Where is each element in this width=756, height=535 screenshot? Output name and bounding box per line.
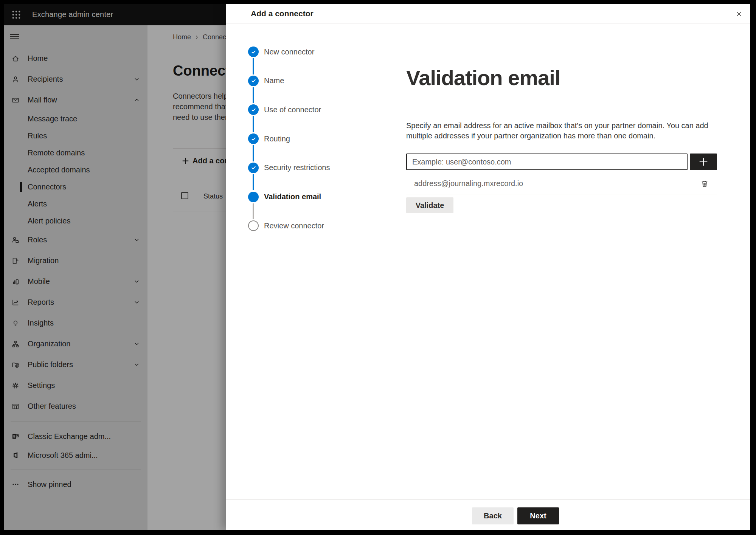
dialog-header: Add a connector	[226, 4, 750, 23]
close-icon	[735, 10, 743, 18]
wizard-connector-line	[253, 203, 254, 220]
dialog-body: New connector Name Use of connector Rout…	[226, 24, 750, 499]
step-current-icon	[248, 192, 259, 202]
step-heading: Validation email	[406, 65, 560, 90]
dialog-footer: Back Next	[226, 499, 750, 530]
step-check-icon	[248, 76, 259, 86]
back-button[interactable]: Back	[472, 507, 514, 524]
wizard-connector-line	[253, 145, 254, 161]
step-upcoming-icon	[248, 220, 259, 231]
step-description: Specify an email address for an active m…	[406, 121, 713, 141]
wizard-step-security-restrictions[interactable]: Security restrictions	[248, 160, 330, 176]
plus-icon	[698, 157, 709, 167]
step-check-icon	[248, 47, 259, 57]
wizard-connector-line	[253, 58, 254, 74]
email-input-row	[406, 154, 717, 170]
added-address-text: address@journaling.mxrecord.io	[414, 179, 523, 188]
validate-button[interactable]: Validate	[406, 197, 453, 213]
validation-email-input[interactable]	[406, 154, 688, 170]
dialog-title: Add a connector	[251, 9, 314, 18]
wizard-content: Validation email Specify an email addres…	[380, 24, 750, 499]
next-button[interactable]: Next	[517, 507, 559, 524]
app-window: Exchange admin center Home Recipients Ma…	[4, 4, 750, 530]
step-check-icon	[248, 133, 259, 144]
wizard-connector-line	[253, 174, 254, 191]
step-check-icon	[248, 104, 259, 115]
wizard-connector-line	[253, 116, 254, 132]
step-check-icon	[248, 163, 259, 173]
delete-address-button[interactable]	[698, 177, 711, 190]
wizard-step-name[interactable]: Name	[248, 73, 284, 89]
wizard-steps: New connector Name Use of connector Rout…	[226, 24, 380, 499]
wizard-step-review-connector[interactable]: Review connector	[248, 217, 324, 234]
added-address-row: address@journaling.mxrecord.io	[406, 173, 717, 194]
add-connector-dialog: Add a connector New connector Name Use o…	[226, 4, 750, 530]
add-email-button[interactable]	[690, 154, 717, 170]
wizard-connector-line	[253, 87, 254, 104]
wizard-step-validation-email[interactable]: Validation email	[248, 189, 321, 205]
wizard-step-use-of-connector[interactable]: Use of connector	[248, 101, 321, 118]
close-button[interactable]	[733, 8, 745, 20]
wizard-step-new-connector[interactable]: New connector	[248, 43, 314, 60]
trash-icon	[700, 179, 709, 188]
wizard-step-routing[interactable]: Routing	[248, 130, 290, 147]
